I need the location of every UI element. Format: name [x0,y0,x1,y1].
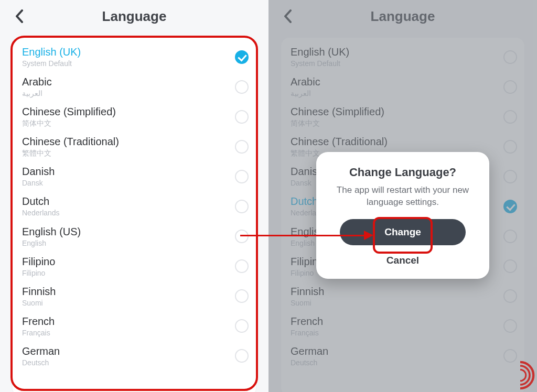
cancel-button[interactable]: Cancel [329,249,477,268]
radio-unchecked-icon[interactable] [235,230,249,243]
language-subtitle: Deutsch [22,358,227,367]
radio-unchecked-icon[interactable] [235,170,249,183]
radio-unchecked-icon[interactable] [235,110,249,124]
language-row[interactable]: Arabicالعربية [13,72,256,102]
change-language-dialog: Change Language? The app will restart wi… [316,152,489,279]
language-row[interactable]: DanishDansk [13,161,256,191]
language-name: Dutch [22,195,227,208]
language-name: Arabic [22,76,227,88]
language-row[interactable]: English (UK)System Default [13,42,256,72]
language-subtitle: 简体中文 [22,119,227,127]
radio-unchecked-icon[interactable] [235,289,249,303]
language-row[interactable]: GermanDeutsch [13,341,256,371]
language-subtitle: Suomi [22,299,227,307]
language-subtitle: Dansk [22,179,227,187]
radio-unchecked-icon[interactable] [235,140,249,154]
left-screen: Language English (UK)System DefaultArabi… [0,0,268,392]
language-row[interactable]: Chinese (Simplified)简体中文 [13,102,256,132]
page-title: Language [102,8,167,25]
annotation-arrow [240,235,365,236]
change-button[interactable]: Change [340,219,466,245]
dialog-body: The app will restart with your new langu… [329,184,477,209]
language-name: Finnish [22,286,227,298]
language-subtitle: العربية [22,89,227,97]
language-name: French [22,315,227,328]
annotation-arrow-head [364,231,373,240]
language-name: English (UK) [22,46,227,58]
header: Language [0,0,268,32]
language-row[interactable]: FilipinoFilipino [13,252,256,281]
language-subtitle: Français [22,329,227,337]
language-subtitle: English [22,239,227,247]
language-name: Danish [22,166,227,178]
language-row[interactable]: FrenchFrançais [13,311,256,341]
radio-unchecked-icon[interactable] [235,349,249,363]
svg-point-2 [511,366,530,385]
svg-point-3 [514,369,526,381]
language-subtitle: Filipino [22,269,227,277]
right-screen: Language English (UK)System DefaultArabi… [268,0,537,392]
language-list: English (UK)System DefaultArabicالعربيةC… [13,38,256,392]
radio-unchecked-icon[interactable] [235,259,249,273]
language-name: Filipino [22,256,227,268]
language-name: Chinese (Traditional) [22,136,227,148]
chevron-left-icon [15,9,24,23]
language-row[interactable]: DutchNederlands [13,191,256,221]
language-row[interactable]: FinnishSuomi [13,281,256,311]
language-row[interactable]: English (US)English [13,222,256,252]
language-name: German [22,345,227,357]
language-row[interactable]: Chinese (Traditional)繁體中文 [13,132,256,161]
watermark-icon [504,360,536,391]
back-button[interactable] [10,7,28,25]
radio-unchecked-icon[interactable] [235,80,249,94]
language-subtitle: 繁體中文 [22,149,227,157]
radio-checked-icon[interactable] [235,50,249,64]
radio-unchecked-icon[interactable] [235,319,249,333]
language-subtitle: System Default [22,59,227,68]
dialog-title: Change Language? [329,166,477,179]
language-name: English (US) [22,226,227,238]
language-subtitle: Nederlands [22,209,227,217]
language-name: Chinese (Simplified) [22,106,227,118]
radio-unchecked-icon[interactable] [235,200,249,213]
